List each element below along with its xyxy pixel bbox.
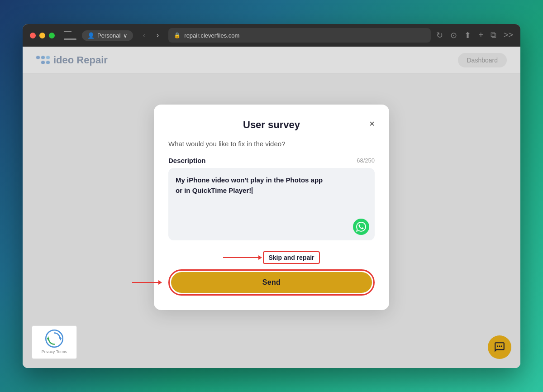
textarea-content: My iPhone video won't play in the Photos… bbox=[176, 175, 367, 196]
profile-pill[interactable]: 👤 Personal ∨ bbox=[82, 30, 133, 41]
url-text: repair.cleverfiles.com bbox=[184, 32, 239, 39]
profile-label: Personal bbox=[97, 32, 120, 39]
minimize-button[interactable] bbox=[39, 33, 45, 38]
new-tab-icon[interactable]: + bbox=[478, 30, 483, 40]
skip-repair-row: Skip and repair bbox=[168, 251, 375, 264]
recaptcha-badge[interactable]: Privacy Terms bbox=[32, 325, 77, 359]
svg-marker-2 bbox=[47, 336, 49, 341]
page-content: ideo Repair Dashboard User survey × What… bbox=[23, 47, 520, 368]
description-label: Description bbox=[168, 157, 206, 164]
skip-arrow-annotation: Skip and repair bbox=[223, 251, 319, 264]
sidebar-toggle-icon[interactable] bbox=[64, 31, 76, 40]
address-bar[interactable]: 🔒 repair.cleverfiles.com bbox=[168, 28, 431, 43]
browser-titlebar: 👤 Personal ∨ ‹ › 🔒 repair.cleverfiles.co… bbox=[23, 24, 520, 47]
modal-close-button[interactable]: × bbox=[369, 119, 375, 128]
refresh-icon[interactable]: ↻ bbox=[436, 30, 443, 40]
send-button-wrapper: Send bbox=[168, 269, 375, 296]
nav-arrows: ‹ › bbox=[138, 31, 163, 39]
forward-button[interactable]: › bbox=[152, 31, 163, 39]
modal-header: User survey × bbox=[168, 119, 375, 131]
send-button[interactable]: Send bbox=[171, 272, 372, 293]
traffic-lights bbox=[30, 33, 55, 38]
send-button-outline: Send bbox=[168, 269, 375, 296]
profile-icon: 👤 bbox=[87, 32, 95, 39]
modal-title: User survey bbox=[243, 119, 300, 131]
chat-fab-button[interactable] bbox=[488, 335, 511, 359]
browser-window: 👤 Personal ∨ ‹ › 🔒 repair.cleverfiles.co… bbox=[23, 24, 520, 368]
chevron-down-icon: ∨ bbox=[123, 32, 128, 39]
description-header: Description 68/250 bbox=[168, 157, 375, 164]
back-button[interactable]: ‹ bbox=[138, 31, 149, 39]
share-icon[interactable]: ⬆ bbox=[464, 30, 471, 40]
recaptcha-icon bbox=[45, 330, 63, 348]
whatsapp-icon[interactable] bbox=[353, 219, 369, 235]
skip-red-arrow bbox=[223, 257, 259, 258]
skip-and-repair-button[interactable]: Skip and repair bbox=[263, 251, 319, 264]
textarea-wrapper[interactable]: My iPhone video won't play in the Photos… bbox=[168, 168, 375, 240]
svg-point-5 bbox=[501, 345, 502, 347]
svg-marker-1 bbox=[60, 336, 62, 341]
send-red-arrow bbox=[132, 282, 159, 283]
recaptcha-text: Privacy Terms bbox=[42, 349, 67, 355]
download-icon[interactable]: ⊙ bbox=[450, 30, 457, 40]
lock-icon: 🔒 bbox=[174, 32, 181, 38]
maximize-button[interactable] bbox=[49, 33, 55, 38]
more-icon[interactable]: >> bbox=[504, 30, 513, 40]
browser-toolbar: ↻ ⊙ ⬆ + ⧉ >> bbox=[436, 30, 513, 40]
user-survey-modal: User survey × What would you like to fix… bbox=[154, 105, 389, 310]
svg-point-3 bbox=[497, 345, 498, 347]
svg-point-4 bbox=[499, 345, 500, 347]
modal-subtitle: What would you like to fix in the video? bbox=[168, 140, 375, 148]
char-count: 68/250 bbox=[357, 157, 375, 164]
tabs-icon[interactable]: ⧉ bbox=[491, 30, 496, 40]
close-button[interactable] bbox=[30, 33, 36, 38]
modal-overlay: User survey × What would you like to fix… bbox=[23, 47, 520, 368]
